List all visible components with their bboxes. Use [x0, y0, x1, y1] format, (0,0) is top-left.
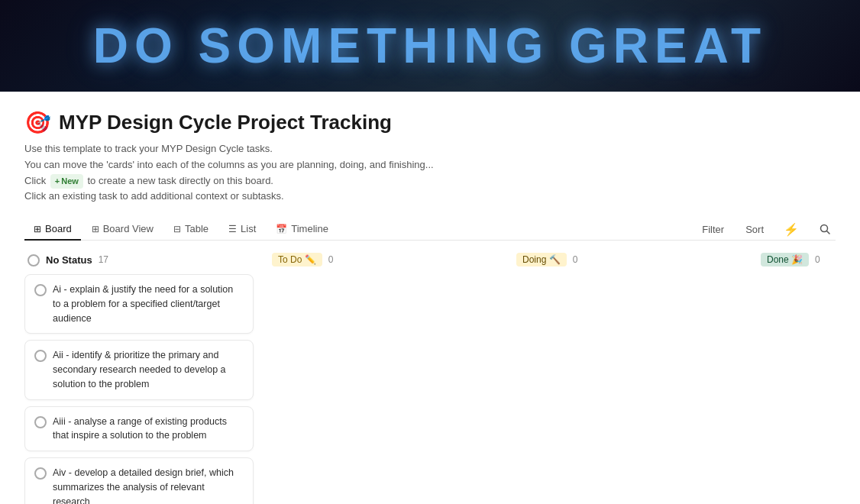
task-text: Aii - identify & prioritize the primary …	[53, 348, 244, 391]
tab-board-view[interactable]: ⊞ Board View	[82, 218, 163, 241]
task-text: Ai - explain & justify the need for a so…	[53, 283, 244, 325]
column-todo: To Do ✏️ 0	[269, 253, 498, 504]
task-card[interactable]: Aii - identify & prioritize the primary …	[24, 340, 254, 399]
lightning-button[interactable]: ⚡	[781, 218, 802, 240]
tab-board-label: Board	[45, 223, 72, 234]
no-status-count: 17	[99, 254, 108, 265]
column-done: Done 🎉 0	[758, 253, 836, 504]
page-header: 🎯 MYP Design Cycle Project Tracking	[24, 110, 836, 135]
task-card[interactable]: Aiv - develop a detailed design brief, w…	[24, 457, 254, 504]
svg-line-1	[827, 231, 830, 234]
tab-board[interactable]: ⊞ Board	[24, 218, 81, 241]
board-view-icon: ⊞	[92, 224, 99, 234]
doing-title: Doing 🔨	[516, 253, 567, 267]
task-status-icon	[34, 284, 47, 296]
table-icon: ⊟	[173, 224, 181, 234]
task-status-icon	[34, 350, 47, 362]
column-no-status: No Status 17 Ai - explain & justify the …	[24, 253, 254, 504]
nav-toolbar: ⊞ Board ⊞ Board View ⊟ Table ☰ List 📅 Ti…	[24, 211, 836, 241]
list-icon: ☰	[228, 224, 237, 234]
hero-banner: DO SOMETHING GREAT	[0, 0, 860, 92]
tab-list[interactable]: ☰ List	[219, 218, 265, 241]
task-status-icon	[34, 416, 47, 428]
content-area: 🎯 MYP Design Cycle Project Tracking Use …	[0, 92, 860, 504]
no-status-title: No Status	[46, 254, 92, 266]
board-area: No Status 17 Ai - explain & justify the …	[24, 241, 836, 504]
todo-count: 0	[328, 254, 334, 265]
new-badge[interactable]: + New	[50, 174, 83, 189]
tab-list-label: List	[241, 223, 256, 234]
column-doing: Doing 🔨 0	[513, 253, 742, 504]
tab-table-label: Table	[185, 223, 209, 234]
sort-button[interactable]: Sort	[741, 221, 768, 238]
task-text: Aiii - analyse a range of existing produ…	[53, 415, 244, 444]
nav-tabs: ⊞ Board ⊞ Board View ⊟ Table ☰ List 📅 Ti…	[24, 218, 338, 240]
no-status-icon	[27, 254, 40, 267]
tab-timeline[interactable]: 📅 Timeline	[267, 218, 338, 241]
doing-count: 0	[573, 254, 578, 265]
column-todo-header: To Do ✏️ 0	[269, 253, 498, 267]
filter-button[interactable]: Filter	[697, 221, 729, 238]
task-card[interactable]: Aiii - analyse a range of existing produ…	[24, 406, 254, 452]
hero-text: DO SOMETHING GREAT	[93, 18, 767, 74]
column-no-status-header: No Status 17	[24, 253, 254, 267]
tab-table[interactable]: ⊟ Table	[164, 218, 218, 241]
page-title: MYP Design Cycle Project Tracking	[59, 111, 392, 134]
column-done-header: Done 🎉 0	[758, 253, 836, 267]
page-emoji: 🎯	[24, 110, 51, 135]
column-doing-header: Doing 🔨 0	[513, 253, 742, 267]
done-count: 0	[815, 254, 820, 265]
task-card[interactable]: Ai - explain & justify the need for a so…	[24, 274, 254, 334]
task-status-icon	[34, 467, 47, 480]
tab-board-view-label: Board View	[103, 223, 154, 234]
toolbar-right: Filter Sort ⚡	[697, 218, 836, 240]
timeline-icon: 📅	[276, 224, 287, 234]
search-icon	[820, 224, 830, 234]
tab-timeline-label: Timeline	[291, 223, 328, 234]
page-description: Use this template to track your MYP Desi…	[24, 141, 836, 205]
done-title: Done 🎉	[761, 253, 809, 267]
board-icon: ⊞	[34, 224, 41, 234]
todo-title: To Do ✏️	[272, 253, 322, 267]
task-text: Aiv - develop a detailed design brief, w…	[53, 466, 244, 504]
search-button[interactable]	[814, 218, 836, 240]
